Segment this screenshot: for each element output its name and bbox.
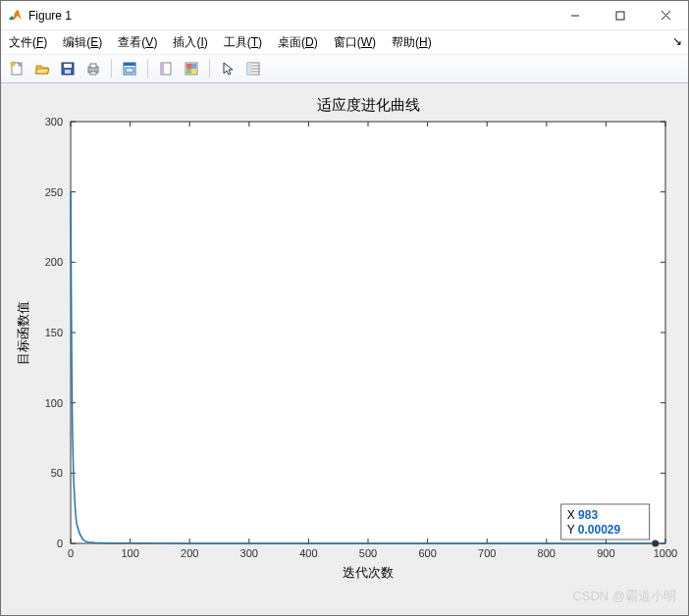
menu-view[interactable]: 查看(V) bbox=[118, 34, 157, 51]
print-icon[interactable] bbox=[81, 57, 105, 80]
svg-rect-21 bbox=[186, 69, 191, 74]
xtick-label: 400 bbox=[299, 547, 317, 559]
svg-rect-12 bbox=[90, 72, 96, 75]
data-tip-marker[interactable] bbox=[652, 539, 659, 546]
ytick-label: 250 bbox=[45, 186, 63, 198]
window-title: Figure 1 bbox=[28, 9, 72, 23]
menubar-overflow-icon[interactable]: ↘ bbox=[672, 34, 682, 48]
open-icon[interactable] bbox=[30, 57, 54, 80]
xtick-label: 700 bbox=[478, 547, 496, 559]
toolbar-separator bbox=[209, 59, 210, 78]
svg-rect-11 bbox=[90, 64, 96, 68]
data-tip-x: X 983 bbox=[567, 508, 599, 522]
svg-rect-19 bbox=[186, 64, 191, 69]
ytick-label: 50 bbox=[51, 467, 63, 479]
menu-desktop[interactable]: 桌面(D) bbox=[278, 34, 318, 51]
window-controls bbox=[553, 1, 688, 29]
axes[interactable]: 0100200300400500600700800900100005010015… bbox=[10, 92, 679, 606]
xtick-label: 1000 bbox=[654, 547, 677, 559]
ytick-label: 0 bbox=[57, 538, 63, 549]
ytick-label: 300 bbox=[45, 116, 63, 128]
menu-file[interactable]: 文件(F) bbox=[9, 34, 47, 51]
svg-rect-1 bbox=[616, 12, 624, 20]
menu-edit[interactable]: 编辑(E) bbox=[63, 34, 102, 51]
ytick-label: 100 bbox=[45, 397, 63, 409]
svg-rect-15 bbox=[126, 68, 133, 73]
menu-help[interactable]: 帮助(H) bbox=[392, 34, 432, 51]
close-button[interactable] bbox=[643, 1, 688, 29]
new-figure-icon[interactable] bbox=[5, 57, 28, 80]
xtick-label: 600 bbox=[418, 547, 436, 559]
print-preview-icon[interactable] bbox=[118, 57, 141, 80]
xtick-label: 800 bbox=[538, 547, 556, 559]
plot-svg: 0100200300400500600700800900100005010015… bbox=[10, 92, 679, 606]
menu-window[interactable]: 窗口(W) bbox=[334, 34, 376, 51]
save-icon[interactable] bbox=[56, 57, 80, 80]
toolbar bbox=[1, 54, 688, 83]
minimize-button[interactable] bbox=[553, 1, 598, 29]
titlebar: Figure 1 bbox=[1, 1, 688, 30]
xtick-label: 0 bbox=[68, 547, 74, 559]
svg-point-6 bbox=[11, 62, 15, 66]
link-icon[interactable] bbox=[154, 57, 178, 80]
colorbar-icon[interactable] bbox=[180, 57, 203, 80]
svg-rect-22 bbox=[191, 69, 196, 74]
svg-rect-17 bbox=[161, 63, 164, 75]
svg-rect-9 bbox=[65, 70, 71, 74]
svg-rect-8 bbox=[64, 64, 72, 68]
pointer-icon[interactable] bbox=[216, 57, 239, 80]
figure-canvas: 0100200300400500600700800900100005010015… bbox=[1, 83, 688, 615]
x-axis-label: 迭代次数 bbox=[343, 565, 394, 580]
menu-tools[interactable]: 工具(T) bbox=[224, 34, 262, 51]
xtick-label: 200 bbox=[181, 547, 198, 559]
toolbar-separator bbox=[147, 59, 148, 78]
axes-box bbox=[71, 122, 665, 543]
data-tip-y: Y 0.00029 bbox=[567, 523, 621, 537]
xtick-label: 500 bbox=[359, 547, 377, 559]
toolbar-separator bbox=[111, 59, 112, 78]
maximize-button[interactable] bbox=[598, 1, 643, 29]
menu-insert[interactable]: 插入(I) bbox=[173, 34, 207, 51]
ytick-label: 200 bbox=[45, 256, 63, 268]
xtick-label: 900 bbox=[597, 547, 614, 559]
svg-rect-20 bbox=[191, 64, 196, 69]
xtick-label: 100 bbox=[121, 547, 138, 559]
ytick-label: 150 bbox=[45, 327, 63, 338]
matlab-logo-icon bbox=[7, 8, 23, 24]
y-axis-label: 目标函数值 bbox=[16, 301, 30, 365]
svg-rect-24 bbox=[247, 63, 251, 75]
figure-window: Figure 1 文件(F) 编辑(E) 查看(V) 插入(I) 工具(T) 桌… bbox=[0, 0, 689, 616]
svg-rect-14 bbox=[124, 63, 135, 66]
chart-title: 适应度进化曲线 bbox=[317, 96, 420, 113]
data-cursor-icon[interactable] bbox=[241, 57, 265, 80]
menubar: 文件(F) 编辑(E) 查看(V) 插入(I) 工具(T) 桌面(D) 窗口(W… bbox=[1, 30, 688, 54]
xtick-label: 300 bbox=[240, 547, 258, 559]
